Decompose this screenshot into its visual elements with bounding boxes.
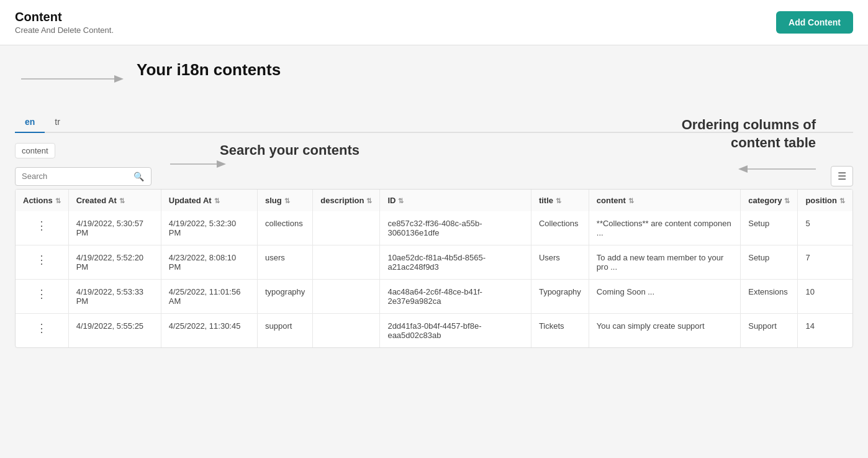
table-header: Actions⇅ Created At⇅ Updated At⇅ slug⇅ d…	[16, 190, 852, 211]
position-cell: 7	[798, 245, 852, 280]
col-id[interactable]: ID⇅	[380, 190, 531, 211]
slug-cell: support	[258, 314, 313, 348]
page-title: Content	[15, 10, 114, 24]
actions-cell: ⋮	[16, 245, 68, 280]
header-left: Content Create And Delete Content.	[15, 10, 114, 35]
description-cell	[313, 280, 380, 314]
toolbar-annotation-wrapper: Search your contents Ordering columns of…	[15, 166, 853, 186]
svg-marker-1	[114, 75, 124, 83]
category-cell: Setup	[741, 245, 798, 280]
col-position[interactable]: position⇅	[798, 190, 852, 211]
category-cell: Extensions	[741, 280, 798, 314]
content-cell: Coming Soon ...	[589, 280, 740, 314]
id-value: 2dd41fa3-0b4f-4457-bf8e-eaa5d02c83ab	[387, 321, 481, 340]
category-value: Setup	[748, 219, 769, 228]
slug-value: users	[265, 253, 285, 262]
title-value: Typography	[539, 287, 581, 296]
updated-at-cell: 4/25/2022, 11:30:45	[161, 314, 257, 348]
created-at-value: 4/19/2022, 5:55:25	[76, 321, 143, 331]
col-category[interactable]: category⇅	[741, 190, 798, 211]
content-table: Actions⇅ Created At⇅ Updated At⇅ slug⇅ d…	[16, 190, 852, 347]
tab-en[interactable]: en	[15, 112, 45, 133]
id-cell: 2dd41fa3-0b4f-4457-bf8e-eaa5d02c83ab	[380, 314, 531, 348]
content-value: **Collections** are content componen ...	[597, 219, 731, 237]
ordering-arrow-icon	[735, 160, 822, 178]
table-row: ⋮4/19/2022, 5:52:20 PM4/23/2022, 8:08:10…	[16, 245, 852, 280]
updated-at-cell: 4/23/2022, 8:08:10 PM	[161, 245, 257, 280]
id-cell: ce857c32-ff36-408c-a55b-3060136e1dfe	[380, 211, 531, 245]
table-row: ⋮4/19/2022, 5:53:33 PM4/25/2022, 11:01:5…	[16, 280, 852, 314]
content-cell: To add a new team member to your pro ...	[589, 245, 740, 280]
ordering-annotation-title: Ordering columns of content table	[567, 116, 816, 152]
content-value: You can simply create support	[597, 321, 705, 331]
created-at-cell: 4/19/2022, 5:53:33 PM	[68, 280, 161, 314]
search-box[interactable]: 🔍	[15, 167, 151, 186]
position-cell: 5	[798, 211, 852, 245]
updated-at-value: 4/25/2022, 11:30:45	[169, 321, 241, 331]
i18n-annotation-title: Your i18n contents	[137, 60, 281, 80]
row-actions-button[interactable]: ⋮	[23, 321, 61, 335]
col-actions[interactable]: Actions⇅	[16, 190, 68, 211]
created-at-value: 4/19/2022, 5:30:57 PM	[76, 219, 143, 237]
col-description[interactable]: description⇅	[313, 190, 380, 211]
category-value: Setup	[748, 253, 769, 262]
slug-value: support	[265, 321, 292, 331]
data-table-wrapper: Actions⇅ Created At⇅ Updated At⇅ slug⇅ d…	[15, 189, 853, 348]
updated-at-value: 4/23/2022, 8:08:10 PM	[169, 253, 236, 272]
content-value: To add a new team member to your pro ...	[597, 253, 724, 272]
title-cell: Users	[531, 245, 589, 280]
position-value: 7	[805, 253, 810, 262]
col-created-at[interactable]: Created At⇅	[68, 190, 161, 211]
category-cell: Setup	[741, 211, 798, 245]
created-at-value: 4/19/2022, 5:53:33 PM	[76, 287, 143, 306]
page-header: Content Create And Delete Content. Add C…	[0, 0, 868, 45]
columns-order-button[interactable]: ☰	[831, 166, 853, 186]
description-cell	[313, 314, 380, 348]
category-value: Support	[748, 321, 777, 331]
table-body: ⋮4/19/2022, 5:30:57 PM4/19/2022, 5:32:30…	[16, 211, 852, 347]
created-at-cell: 4/19/2022, 5:55:25	[68, 314, 161, 348]
position-cell: 14	[798, 314, 852, 348]
description-cell	[313, 245, 380, 280]
row-actions-button[interactable]: ⋮	[23, 287, 61, 301]
id-cell: 10ae52dc-f81a-4b5d-8565-a21ac248f9d3	[380, 245, 531, 280]
content-value: Coming Soon ...	[597, 287, 654, 296]
table-row: ⋮4/19/2022, 5:55:254/25/2022, 11:30:45su…	[16, 314, 852, 348]
id-cell: 4ac48a64-2c6f-48ce-b41f-2e37e9a982ca	[380, 280, 531, 314]
table-row: ⋮4/19/2022, 5:30:57 PM4/19/2022, 5:32:30…	[16, 211, 852, 245]
toolbar-row: 🔍 ☰	[15, 166, 853, 186]
title-cell: Typography	[531, 280, 589, 314]
category-cell: Support	[741, 314, 798, 348]
search-input[interactable]	[22, 172, 133, 181]
updated-at-value: 4/25/2022, 11:01:56 AM	[169, 287, 241, 306]
slug-cell: collections	[258, 211, 313, 245]
position-value: 10	[805, 287, 814, 296]
col-updated-at[interactable]: Updated At⇅	[161, 190, 257, 211]
content-area: Your i18n contents en tr content Search …	[0, 45, 868, 363]
created-at-cell: 4/19/2022, 5:30:57 PM	[68, 211, 161, 245]
description-cell	[313, 211, 380, 245]
i18n-arrow-icon	[15, 66, 127, 91]
title-cell: Collections	[531, 211, 589, 245]
updated-at-cell: 4/25/2022, 11:01:56 AM	[161, 280, 257, 314]
actions-cell: ⋮	[16, 314, 68, 348]
i18n-annotation-area: Your i18n contents	[15, 60, 853, 93]
actions-cell: ⋮	[16, 211, 68, 245]
svg-marker-5	[738, 165, 748, 173]
title-value: Tickets	[539, 321, 564, 331]
updated-at-cell: 4/19/2022, 5:32:30 PM	[161, 211, 257, 245]
category-value: Extensions	[748, 287, 788, 296]
col-slug[interactable]: slug⇅	[258, 190, 313, 211]
col-title[interactable]: title⇅	[531, 190, 589, 211]
search-arrow-icon	[164, 155, 226, 173]
title-cell: Tickets	[531, 314, 589, 348]
row-actions-button[interactable]: ⋮	[23, 253, 61, 267]
col-content[interactable]: content⇅	[589, 190, 740, 211]
actions-cell: ⋮	[16, 280, 68, 314]
tab-tr[interactable]: tr	[45, 112, 70, 133]
add-content-button[interactable]: Add Content	[776, 11, 853, 34]
slug-value: typography	[265, 287, 305, 296]
row-actions-button[interactable]: ⋮	[23, 219, 61, 232]
position-value: 5	[805, 219, 810, 228]
id-value: 10ae52dc-f81a-4b5d-8565-a21ac248f9d3	[387, 253, 486, 272]
